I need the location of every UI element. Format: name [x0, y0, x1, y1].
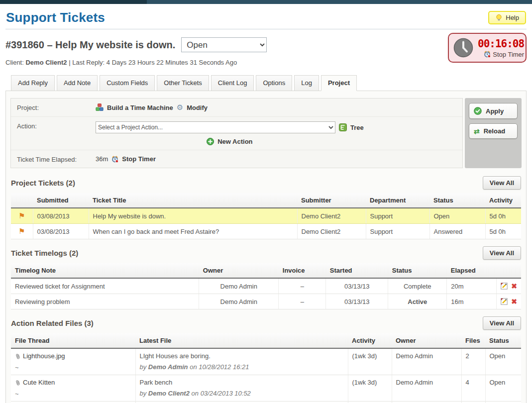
ticket-timelogs-title: Ticket Timelogs (2) — [11, 249, 78, 257]
latest-file-title[interactable]: Park bench — [140, 379, 344, 386]
refresh-arrows-icon: ⇄ — [474, 128, 480, 135]
ticket-timelogs-view-all-button[interactable]: View All — [483, 246, 521, 260]
reload-button-label: Reload — [484, 127, 505, 135]
tab-other-tickets[interactable]: Other Tickets — [157, 75, 209, 91]
cell-department: Support — [366, 224, 429, 239]
cell-ticket-title[interactable]: Help My website is down. — [89, 208, 297, 224]
elapsed-stop-timer-link[interactable]: Stop Timer — [122, 155, 156, 163]
cell-started: 03/13/13 — [326, 294, 388, 309]
project-tickets-view-all-button[interactable]: View All — [483, 176, 521, 190]
new-action-link[interactable]: New Action — [217, 138, 252, 145]
cell-files-count: 1 — [461, 402, 485, 403]
cell-ticket-title[interactable]: When can I go back and meet Fred Astaire… — [89, 224, 297, 239]
delete-icon[interactable]: ✖ — [511, 298, 517, 305]
project-action-select[interactable]: Select a Project Action... — [96, 121, 335, 133]
col-file-status: Status — [485, 333, 521, 348]
table-row[interactable]: ⚑ 03/08/2013 When can I go back and meet… — [11, 224, 521, 239]
project-form-fields: Project: Build a Time Machine ⚙ Modify — [10, 98, 463, 168]
gears-icon: ⚙ — [177, 103, 183, 112]
project-tickets-title: Project Tickets (2) — [11, 179, 75, 187]
file-thread-link[interactable]: Cute Kitten — [23, 379, 55, 386]
latest-file-title[interactable]: LIght Houses are boring. — [140, 352, 344, 360]
paperclip-icon — [15, 353, 20, 360]
action-related-files-view-all-button[interactable]: View All — [483, 316, 521, 330]
cell-activity: 5d 0h — [485, 224, 521, 239]
clock-icon — [453, 38, 473, 58]
action-related-files-table: File Thread Latest File Activity Owner F… — [11, 333, 521, 403]
cell-status: Open — [429, 208, 485, 224]
tab-project[interactable]: Project — [321, 75, 357, 91]
col-activity: Activity — [485, 193, 521, 208]
file-thread-link[interactable]: Lighthouse.jpg — [23, 352, 65, 360]
edit-icon[interactable] — [501, 298, 508, 305]
table-row: Cute Kitten ~ Park bench by Demo Client2… — [11, 375, 521, 402]
col-submitter: Submitter — [297, 193, 366, 208]
help-button-label: Help — [506, 14, 519, 21]
table-row: Reviewing problem Demo Admin – 03/13/13 … — [11, 294, 521, 309]
page-title: Support Tickets — [6, 10, 105, 25]
project-tickets-table: Submitted Ticket Title Submitter Departm… — [11, 193, 521, 239]
last-reply-text: | Last Reply: 4 Days 23 Hours 22 Minutes… — [69, 59, 237, 66]
cell-files-count: 2 — [461, 348, 485, 375]
project-field-label: Project: — [17, 103, 96, 112]
modify-project-link[interactable]: Modify — [187, 104, 208, 111]
cell-file-owner: Demo Admin — [392, 348, 461, 375]
page-header: Support Tickets Help — [5, 4, 527, 29]
cell-submitter: Demo Client2 — [297, 208, 366, 224]
cell-owner: Demo Admin — [199, 278, 279, 294]
col-timelog-actions — [497, 263, 521, 278]
latest-file-byline: by Demo Client2 on 03/24/2013 10:52 — [140, 390, 344, 397]
project-form: Project: Build a Time Machine ⚙ Modify — [10, 98, 522, 168]
cell-submitted: 03/08/2013 — [33, 208, 89, 224]
tab-add-reply[interactable]: Add Reply — [11, 75, 55, 91]
cell-invoice: – — [279, 294, 326, 309]
cell-elapsed: 16m — [447, 294, 497, 309]
col-file-owner: Owner — [392, 333, 461, 348]
tab-log[interactable]: Log — [294, 75, 319, 91]
table-row: Reviewed ticket for Assignment Demo Admi… — [11, 278, 521, 294]
alarm-clock-icon — [111, 156, 118, 163]
action-related-files-header: Action Related Files (3) View All — [11, 316, 521, 330]
flag-icon: ⚑ — [18, 211, 25, 220]
plus-circle-icon — [207, 138, 214, 145]
elapsed-value: 36m — [96, 155, 108, 163]
project-tab-panel: Project: Build a Time Machine ⚙ Modify — [5, 91, 527, 403]
ticket-timer: 00:16:08 Stop Timer — [448, 33, 527, 63]
tab-options[interactable]: Options — [256, 75, 292, 91]
table-row: Lighthouse.jpg ~ LIght Houses are boring… — [11, 348, 521, 375]
tab-client-log[interactable]: Client Log — [211, 75, 254, 91]
top-accent-bar — [0, 0, 532, 4]
cell-file-status: Open — [485, 402, 521, 403]
edit-icon[interactable] — [501, 283, 508, 290]
reload-button[interactable]: ⇄ Reload — [469, 123, 518, 139]
timer-stop-link[interactable]: Stop Timer — [484, 51, 524, 58]
cell-file-owner: Demo Admin — [392, 402, 461, 403]
table-row[interactable]: ⚑ 03/08/2013 Help My website is down. De… — [11, 208, 521, 224]
col-started: Started — [326, 263, 388, 278]
timer-time: 00:16:08 — [478, 38, 524, 50]
action-related-files-title: Action Related Files (3) — [11, 319, 94, 327]
cell-file-activity: (1wk 3d) — [348, 375, 392, 402]
col-elapsed: Elapsed — [447, 263, 497, 278]
cell-files-count: 4 — [461, 375, 485, 402]
help-button[interactable]: Help — [488, 11, 526, 24]
timer-readout: 00:16:08 Stop Timer — [478, 38, 524, 58]
delete-icon[interactable]: ✖ — [511, 282, 517, 290]
tab-custom-fields[interactable]: Custom Fields — [100, 75, 155, 91]
cell-file-activity: (6d 1h) — [348, 402, 392, 403]
tab-add-note[interactable]: Add Note — [57, 75, 98, 91]
col-ticket-title: Ticket Title — [89, 193, 297, 208]
timer-stop-label: Stop Timer — [493, 51, 524, 58]
tree-link[interactable]: Tree — [350, 124, 364, 131]
ticket-status-select[interactable]: Open — [181, 37, 267, 52]
col-status: Status — [429, 193, 485, 208]
project-blocks-icon — [96, 103, 104, 111]
col-timelog-note: Timelog Note — [11, 263, 199, 278]
project-name-link[interactable]: Build a Time Machine — [107, 104, 173, 111]
ticket-title: #391860 – Help My website is down. — [5, 39, 175, 51]
apply-button[interactable]: Apply — [469, 103, 518, 119]
col-ticket-icon — [11, 193, 33, 208]
elapsed-row: Ticket Time Elapsed: 36m — [11, 150, 462, 168]
file-thread-sub: ~ — [15, 390, 131, 398]
paperclip-icon — [15, 379, 20, 386]
